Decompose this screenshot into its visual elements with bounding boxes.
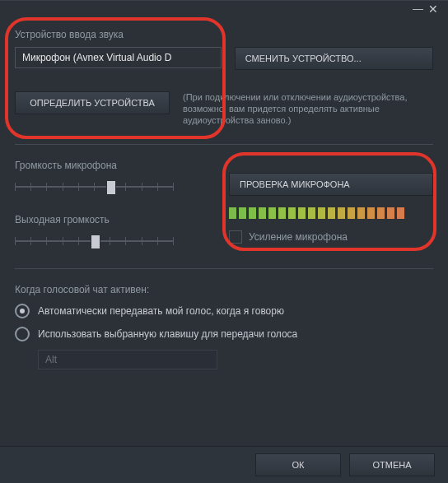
meter-bar	[397, 207, 404, 219]
mic-volume-label: Громкость микрофона	[15, 160, 206, 171]
output-volume-slider[interactable]	[15, 232, 206, 250]
cancel-button[interactable]: ОТМЕНА	[349, 453, 435, 476]
radio-icon	[15, 327, 30, 341]
meter-bar	[377, 207, 385, 219]
mic-volume-slider[interactable]	[15, 178, 206, 196]
mic-boost-checkbox[interactable]: Усиление микрофона	[229, 230, 433, 244]
radio-auto-transmit[interactable]: Автоматически передавать мой голос, когд…	[15, 304, 433, 318]
meter-bar	[308, 207, 315, 219]
divider	[15, 268, 433, 269]
meter-bar	[298, 207, 306, 219]
detect-devices-hint: (При подключении или отключении аудиоуст…	[183, 91, 433, 126]
output-volume-label: Выходная громкость	[15, 214, 206, 225]
radio-push-to-talk[interactable]: Использовать выбранную клавишу для перед…	[15, 327, 433, 341]
meter-bar	[229, 207, 236, 219]
divider	[15, 144, 433, 145]
meter-bar	[249, 207, 256, 219]
push-to-talk-key-input[interactable]: Alt	[38, 350, 217, 369]
ok-button[interactable]: ОК	[255, 453, 341, 476]
titlebar: — ✕	[0, 1, 448, 16]
input-device-label: Устройство ввода звука	[15, 29, 433, 40]
mic-test-button[interactable]: ПРОВЕРКА МИКРОФОНА	[229, 173, 433, 196]
meter-bar	[259, 207, 266, 219]
radio-icon	[15, 304, 30, 318]
mic-boost-label: Усиление микрофона	[249, 231, 348, 243]
meter-bar	[357, 207, 365, 219]
meter-bar	[348, 207, 355, 219]
meter-bar	[367, 207, 375, 219]
meter-bar	[288, 207, 296, 219]
checkbox-icon	[229, 230, 242, 244]
input-device-select[interactable]: Микрофон (Avnex Virtual Audio D	[15, 47, 222, 68]
meter-bar	[268, 207, 276, 219]
change-device-button[interactable]: СМЕНИТЬ УСТРОЙСТВО...	[235, 47, 433, 70]
input-device-value: Микрофон (Avnex Virtual Audio D	[22, 52, 171, 63]
settings-window: — ✕ Устройство ввода звука Микрофон (Avn…	[0, 0, 448, 483]
meter-bar	[278, 207, 286, 219]
voice-chat-label: Когда голосовой чат активен:	[15, 284, 433, 295]
meter-bar	[328, 207, 335, 219]
minimize-icon[interactable]: —	[413, 4, 423, 14]
meter-bar	[387, 207, 394, 219]
meter-bar	[338, 207, 345, 219]
mic-level-meter	[229, 207, 433, 219]
meter-bar	[318, 207, 325, 219]
meter-bar	[239, 207, 246, 219]
dialog-footer: ОК ОТМЕНА	[0, 446, 448, 483]
detect-devices-button[interactable]: ОПРЕДЕЛИТЬ УСТРОЙСТВА	[15, 91, 170, 114]
close-icon[interactable]: ✕	[428, 4, 438, 14]
